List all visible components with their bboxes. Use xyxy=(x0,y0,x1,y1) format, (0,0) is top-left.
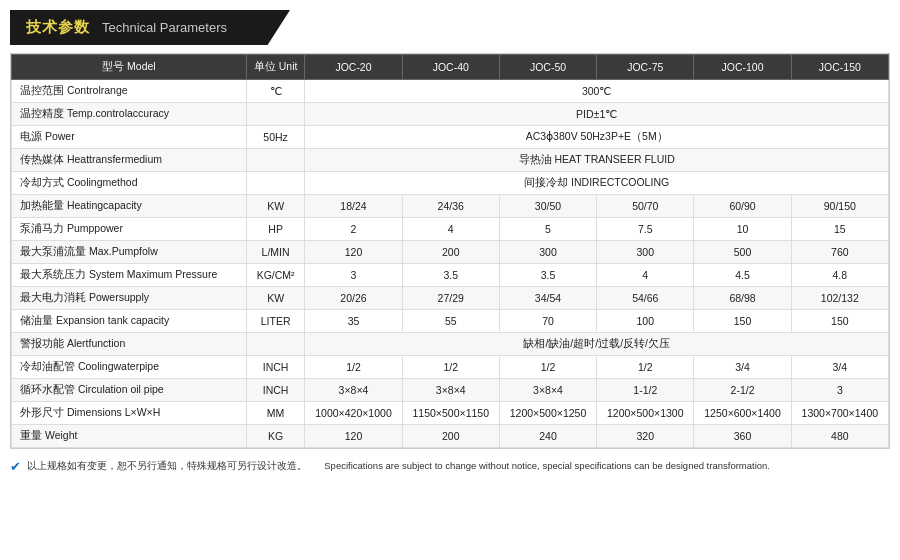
row-val-9-3: 54/66 xyxy=(597,287,694,310)
table-row: 传热媒体 Heattransfermedium导热油 HEAT TRANSEER… xyxy=(12,149,889,172)
row-val-10-3: 100 xyxy=(597,310,694,333)
row-unit-5: KW xyxy=(246,195,304,218)
row-val-5-3: 50/70 xyxy=(597,195,694,218)
row-unit-12: INCH xyxy=(246,356,304,379)
row-unit-8: KG/CM² xyxy=(246,264,304,287)
row-val-8-0: 3 xyxy=(305,264,402,287)
row-val-8-2: 3.5 xyxy=(499,264,596,287)
row-val-9-4: 68/98 xyxy=(694,287,791,310)
row-val-7-0: 120 xyxy=(305,241,402,264)
row-val-6-2: 5 xyxy=(499,218,596,241)
row-val-6-1: 4 xyxy=(402,218,499,241)
row-val-15-1: 200 xyxy=(402,425,499,448)
row-val-15-0: 120 xyxy=(305,425,402,448)
row-val-5-2: 30/50 xyxy=(499,195,596,218)
row-label-3: 传热媒体 Heattransfermedium xyxy=(12,149,247,172)
table-row: 警报功能 Alertfunction缺相/缺油/超时/过载/反转/欠压 xyxy=(12,333,889,356)
row-label-2: 电源 Power xyxy=(12,126,247,149)
row-val-5-0: 18/24 xyxy=(305,195,402,218)
row-val-5-4: 60/90 xyxy=(694,195,791,218)
row-val-9-1: 27/29 xyxy=(402,287,499,310)
row-val-14-5: 1300×700×1400 xyxy=(791,402,888,425)
row-val-7-1: 200 xyxy=(402,241,499,264)
row-val-7-3: 300 xyxy=(597,241,694,264)
row-val-6-5: 15 xyxy=(791,218,888,241)
row-unit-1 xyxy=(246,103,304,126)
row-merged-0: 300℃ xyxy=(305,80,889,103)
row-unit-10: LITER xyxy=(246,310,304,333)
row-val-15-3: 320 xyxy=(597,425,694,448)
row-val-15-5: 480 xyxy=(791,425,888,448)
row-label-1: 温控精度 Temp.controlaccuracy xyxy=(12,103,247,126)
row-unit-0: ℃ xyxy=(246,80,304,103)
row-unit-7: L/MIN xyxy=(246,241,304,264)
table-row: 加热能量 HeatingcapacityKW18/2424/3630/5050/… xyxy=(12,195,889,218)
row-label-10: 储油量 Expansion tank capacity xyxy=(12,310,247,333)
row-val-12-1: 1/2 xyxy=(402,356,499,379)
row-unit-14: MM xyxy=(246,402,304,425)
row-label-0: 温控范围 Controlrange xyxy=(12,80,247,103)
row-val-12-2: 1/2 xyxy=(499,356,596,379)
table-row: 最大系统压力 System Maximum PressureKG/CM²33.5… xyxy=(12,264,889,287)
table-row: 重量 WeightKG120200240320360480 xyxy=(12,425,889,448)
row-val-10-5: 150 xyxy=(791,310,888,333)
table-row: 储油量 Expansion tank capacityLITER35557010… xyxy=(12,310,889,333)
row-val-5-5: 90/150 xyxy=(791,195,888,218)
col-header-1: 单位 Unit xyxy=(246,55,304,80)
footer-text-en: Specifications are subject to change wit… xyxy=(324,460,770,471)
row-unit-3 xyxy=(246,149,304,172)
col-header-4: JOC-50 xyxy=(499,55,596,80)
row-label-5: 加热能量 Heatingcapacity xyxy=(12,195,247,218)
row-label-14: 外形尺寸 Dimensions L×W×H xyxy=(12,402,247,425)
row-val-10-4: 150 xyxy=(694,310,791,333)
col-header-7: JOC-150 xyxy=(791,55,888,80)
row-val-14-0: 1000×420×1000 xyxy=(305,402,402,425)
row-val-12-4: 3/4 xyxy=(694,356,791,379)
table-row: 最大泵浦流量 Max.PumpfolwL/MIN1202003003005007… xyxy=(12,241,889,264)
row-unit-4 xyxy=(246,172,304,195)
col-header-6: JOC-100 xyxy=(694,55,791,80)
row-merged-4: 间接冷却 INDIRECTCOOLING xyxy=(305,172,889,195)
row-merged-3: 导热油 HEAT TRANSEER FLUID xyxy=(305,149,889,172)
header-title-zh: 技术参数 xyxy=(26,18,90,37)
row-val-13-2: 3×8×4 xyxy=(499,379,596,402)
row-label-15: 重量 Weight xyxy=(12,425,247,448)
table-row: 泵浦马力 PumppowerHP2457.51015 xyxy=(12,218,889,241)
table-row: 冷却方式 Coolingmethod间接冷却 INDIRECTCOOLING xyxy=(12,172,889,195)
row-label-9: 最大电力消耗 Powersupply xyxy=(12,287,247,310)
row-val-14-4: 1250×600×1400 xyxy=(694,402,791,425)
row-unit-13: INCH xyxy=(246,379,304,402)
table-row: 最大电力消耗 PowersupplyKW20/2627/2934/5454/66… xyxy=(12,287,889,310)
row-val-13-4: 2-1/2 xyxy=(694,379,791,402)
row-merged-1: PID±1℃ xyxy=(305,103,889,126)
row-val-8-1: 3.5 xyxy=(402,264,499,287)
row-unit-11 xyxy=(246,333,304,356)
row-label-4: 冷却方式 Coolingmethod xyxy=(12,172,247,195)
row-val-6-0: 2 xyxy=(305,218,402,241)
row-label-8: 最大系统压力 System Maximum Pressure xyxy=(12,264,247,287)
row-val-6-4: 10 xyxy=(694,218,791,241)
table-row: 温控范围 Controlrange℃300℃ xyxy=(12,80,889,103)
header-title-en: Technical Parameters xyxy=(102,20,227,35)
row-val-8-5: 4.8 xyxy=(791,264,888,287)
row-val-6-3: 7.5 xyxy=(597,218,694,241)
row-val-10-1: 55 xyxy=(402,310,499,333)
row-merged-2: AC3ϕ380V 50Hz3P+E（5M） xyxy=(305,126,889,149)
table-row: 温控精度 Temp.controlaccuracyPID±1℃ xyxy=(12,103,889,126)
row-val-10-0: 35 xyxy=(305,310,402,333)
row-val-9-2: 34/54 xyxy=(499,287,596,310)
row-val-7-4: 500 xyxy=(694,241,791,264)
row-val-15-4: 360 xyxy=(694,425,791,448)
row-val-14-1: 1150×500×1150 xyxy=(402,402,499,425)
row-val-14-3: 1200×500×1300 xyxy=(597,402,694,425)
table-header-row: 型号 Model单位 UnitJOC-20JOC-40JOC-50JOC-75J… xyxy=(12,55,889,80)
row-val-13-5: 3 xyxy=(791,379,888,402)
footer-text-zh: 以上规格如有变更，恕不另行通知，特殊规格可另行设计改造。 xyxy=(27,460,307,473)
row-val-12-0: 1/2 xyxy=(305,356,402,379)
row-val-7-5: 760 xyxy=(791,241,888,264)
page-header: 技术参数 Technical Parameters xyxy=(10,10,290,45)
table-row: 外形尺寸 Dimensions L×W×HMM1000×420×10001150… xyxy=(12,402,889,425)
row-merged-11: 缺相/缺油/超时/过载/反转/欠压 xyxy=(305,333,889,356)
row-val-8-4: 4.5 xyxy=(694,264,791,287)
row-label-13: 循环水配管 Circulation oil pipe xyxy=(12,379,247,402)
